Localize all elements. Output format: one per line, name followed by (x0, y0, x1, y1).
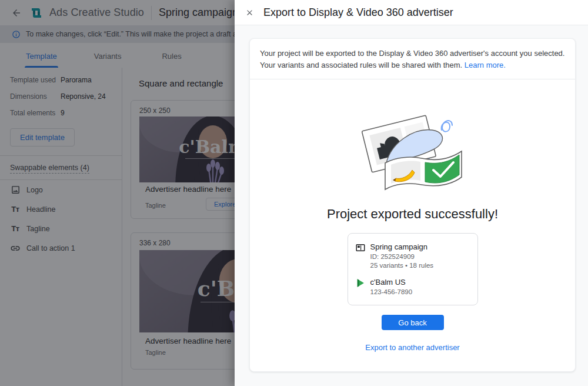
modal-header: Export to Display & Video 360 advertiser (235, 0, 588, 25)
close-icon (245, 8, 254, 17)
export-summary-card: Spring campaign ID: 252524909 25 variant… (348, 233, 478, 305)
go-back-button[interactable]: Go back (382, 315, 444, 330)
export-description-text: Your project will be exported to the Dis… (260, 49, 564, 69)
export-description: Your project will be exported to the Dis… (250, 39, 575, 79)
success-section: Project exported successfully! Spring ca… (250, 79, 575, 352)
export-to-another-advertiser-link[interactable]: Export to another advertiser (365, 343, 459, 352)
dv360-icon (355, 278, 366, 288)
summary-project-id: ID: 252524909 (370, 253, 434, 260)
summary-advertiser-name: c'Balm US (370, 278, 413, 287)
success-heading: Project exported successfully! (327, 207, 498, 222)
summary-advertiser-id: 123-456-7890 (370, 288, 413, 295)
campaign-icon (355, 242, 366, 253)
summary-project-row: Spring campaign ID: 252524909 25 variant… (355, 242, 470, 269)
learn-more-link[interactable]: Learn more. (465, 61, 506, 69)
export-result-card: Your project will be exported to the Dis… (249, 38, 576, 372)
close-button[interactable] (242, 5, 256, 19)
summary-advertiser-row: c'Balm US 123-456-7890 (355, 278, 470, 295)
export-success-illustration (352, 107, 473, 199)
screen: Ads Creative Studio Spring campaign COMP… (0, 0, 588, 386)
export-modal: Export to Display & Video 360 advertiser… (235, 0, 588, 386)
summary-project-meta: 25 variants • 18 rules (370, 262, 434, 269)
summary-project-name: Spring campaign (370, 242, 434, 251)
modal-title: Export to Display & Video 360 advertiser (263, 6, 453, 19)
